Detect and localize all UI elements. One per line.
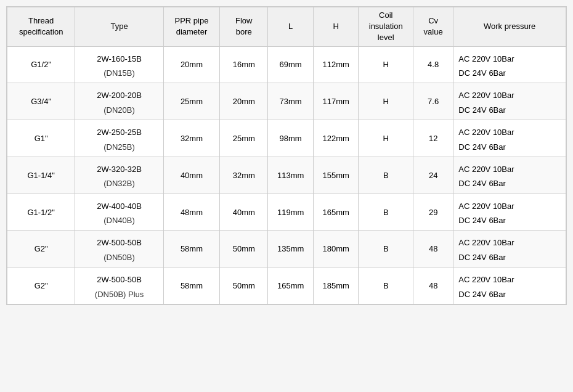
header-work-pressure: Work pressure	[453, 7, 566, 47]
cell-flow: 50mm	[220, 267, 268, 304]
wp-line-2: DC 24V 6Bar	[458, 103, 562, 117]
table-row: G1/2" 2W-160-15B (DN15B) 20mm 16mm 69mm …	[7, 46, 566, 83]
table-row: G2" 2W-500-50B (DN50B) Plus 58mm 50mm 16…	[7, 267, 566, 304]
cell-h: 155mm	[313, 157, 359, 194]
cell-type: 2W-400-40B (DN40B)	[75, 194, 164, 231]
wp-line-1: AC 220V 10Bar	[458, 199, 562, 213]
cell-ppr: 58mm	[163, 231, 219, 267]
type-sub: (DN50B)	[79, 250, 160, 264]
cell-l: 69mm	[268, 46, 314, 83]
cell-l: 73mm	[268, 83, 314, 120]
cell-coil: B	[359, 231, 413, 267]
wp-line-1: AC 220V 10Bar	[458, 162, 562, 176]
wp-line-1: AC 220V 10Bar	[458, 88, 562, 102]
cell-ppr: 32mm	[163, 120, 219, 157]
header-cv-value: Cv value	[413, 7, 453, 47]
cell-cv: 4.8	[413, 46, 453, 83]
cell-ppr: 25mm	[163, 83, 219, 120]
type-main: 2W-160-15B	[79, 52, 160, 66]
cell-type: 2W-320-32B (DN32B)	[75, 157, 164, 194]
cell-thread: G1-1/4"	[7, 157, 75, 194]
cell-h: 185mm	[313, 267, 359, 304]
cell-flow: 32mm	[220, 157, 268, 194]
table-row: G1" 2W-250-25B (DN25B) 32mm 25mm 98mm 12…	[7, 120, 566, 157]
cell-work-pressure: AC 220V 10Bar DC 24V 6Bar	[453, 46, 566, 83]
cell-cv: 24	[413, 157, 453, 194]
table-body: G1/2" 2W-160-15B (DN15B) 20mm 16mm 69mm …	[7, 46, 566, 304]
type-main: 2W-200-20B	[79, 88, 160, 102]
cell-work-pressure: AC 220V 10Bar DC 24V 6Bar	[453, 157, 566, 194]
header-thread-spec: Thread specification	[7, 7, 75, 47]
cell-cv: 12	[413, 120, 453, 157]
cell-thread: G1-1/2"	[7, 194, 75, 231]
header-h: H	[313, 7, 359, 47]
cell-l: 119mm	[268, 194, 314, 231]
type-sub: (DN25B)	[79, 140, 160, 154]
cell-coil: B	[359, 267, 413, 304]
cell-coil: H	[359, 83, 413, 120]
type-main: 2W-500-50B	[79, 235, 160, 250]
cell-type: 2W-200-20B (DN20B)	[75, 83, 164, 120]
wp-line-1: AC 220V 10Bar	[458, 125, 562, 139]
cell-ppr: 20mm	[163, 46, 219, 83]
cell-h: 122mm	[313, 120, 359, 157]
main-table-container: Thread specification Type PPR pipe diame…	[6, 6, 567, 305]
wp-line-2: DC 24V 6Bar	[458, 287, 562, 301]
cell-ppr: 40mm	[163, 157, 219, 194]
cell-work-pressure: AC 220V 10Bar DC 24V 6Bar	[453, 231, 566, 267]
cell-thread: G1/2"	[7, 46, 75, 83]
cell-cv: 48	[413, 267, 453, 304]
wp-line-2: DC 24V 6Bar	[458, 140, 562, 154]
wp-line-2: DC 24V 6Bar	[458, 250, 562, 264]
cell-type: 2W-160-15B (DN15B)	[75, 46, 164, 83]
type-sub: (DN50B) Plus	[79, 287, 160, 301]
type-main: 2W-320-32B	[79, 162, 160, 176]
cell-flow: 20mm	[220, 83, 268, 120]
cell-ppr: 48mm	[163, 194, 219, 231]
cell-cv: 7.6	[413, 83, 453, 120]
type-main: 2W-250-25B	[79, 125, 160, 139]
cell-type: 2W-500-50B (DN50B)	[75, 231, 164, 267]
cell-work-pressure: AC 220V 10Bar DC 24V 6Bar	[453, 267, 566, 304]
table-row: G1-1/2" 2W-400-40B (DN40B) 48mm 40mm 119…	[7, 194, 566, 231]
header-type: Type	[75, 7, 164, 47]
header-ppr-pipe: PPR pipe diameter	[163, 7, 219, 47]
wp-line-2: DC 24V 6Bar	[458, 66, 562, 80]
header-coil-insulation: Coil insulation level	[359, 7, 413, 47]
cell-coil: H	[359, 46, 413, 83]
cell-flow: 50mm	[220, 231, 268, 267]
cell-h: 180mm	[313, 231, 359, 267]
wp-line-1: AC 220V 10Bar	[458, 52, 562, 66]
header-l: L	[268, 7, 314, 47]
header-flow-bore: Flow bore	[220, 7, 268, 47]
cell-flow: 25mm	[220, 120, 268, 157]
type-sub: (DN32B)	[79, 176, 160, 190]
table-row: G1-1/4" 2W-320-32B (DN32B) 40mm 32mm 113…	[7, 157, 566, 194]
cell-flow: 16mm	[220, 46, 268, 83]
wp-line-1: AC 220V 10Bar	[458, 235, 562, 250]
cell-thread: G1"	[7, 120, 75, 157]
table-row: G2" 2W-500-50B (DN50B) 58mm 50mm 135mm 1…	[7, 231, 566, 267]
header-row: Thread specification Type PPR pipe diame…	[7, 7, 566, 47]
cell-work-pressure: AC 220V 10Bar DC 24V 6Bar	[453, 194, 566, 231]
cell-type: 2W-500-50B (DN50B) Plus	[75, 267, 164, 304]
wp-line-1: AC 220V 10Bar	[458, 272, 562, 287]
type-sub: (DN20B)	[79, 103, 160, 117]
cell-thread: G3/4"	[7, 83, 75, 120]
cell-coil: H	[359, 120, 413, 157]
cell-thread: G2"	[7, 267, 75, 304]
cell-l: 113mm	[268, 157, 314, 194]
type-sub: (DN40B)	[79, 213, 160, 227]
cell-h: 165mm	[313, 194, 359, 231]
type-main: 2W-400-40B	[79, 199, 160, 213]
cell-coil: B	[359, 157, 413, 194]
cell-ppr: 58mm	[163, 267, 219, 304]
cell-work-pressure: AC 220V 10Bar DC 24V 6Bar	[453, 83, 566, 120]
cell-cv: 29	[413, 194, 453, 231]
cell-h: 112mm	[313, 46, 359, 83]
cell-work-pressure: AC 220V 10Bar DC 24V 6Bar	[453, 120, 566, 157]
wp-line-2: DC 24V 6Bar	[458, 176, 562, 190]
cell-l: 98mm	[268, 120, 314, 157]
spec-table: Thread specification Type PPR pipe diame…	[7, 7, 566, 304]
cell-cv: 48	[413, 231, 453, 267]
